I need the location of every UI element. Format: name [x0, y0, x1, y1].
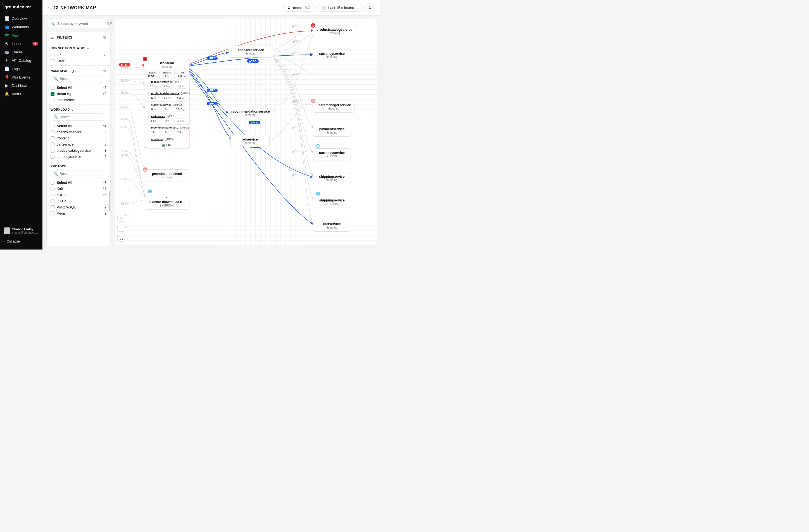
nav-item-issues[interactable]: ⊜Issues9 — [0, 39, 42, 48]
checkbox[interactable] — [51, 98, 54, 102]
filter-row[interactable]: Select All61 — [51, 123, 106, 129]
zoom-out-button[interactable]: − — [117, 224, 125, 231]
brand-logo: groundcover — [0, 3, 42, 14]
node-cartservice[interactable]: cartservicedemo-ng — [313, 220, 351, 231]
filter-row[interactable]: Kafka17 — [51, 186, 106, 192]
nav-item-traces[interactable]: 🚌Traces — [0, 48, 42, 56]
conn-row[interactable]: →adservice (gRPC) — [145, 136, 189, 142]
popout-icon[interactable]: ↗ — [185, 61, 187, 64]
filter-group-protocol: PROTOCOL⌄ 🔍 Select All43Kafka17gRPC16HTT… — [47, 161, 110, 218]
filter-row[interactable]: Select All46 — [51, 85, 106, 91]
checkbox[interactable] — [51, 205, 54, 209]
proto-search[interactable]: 🔍 — [51, 170, 106, 177]
user-email: shahar@groundcover... — [12, 231, 38, 235]
node-productcatalogservice[interactable]: 1 productcatalogservicedemo-ng — [313, 25, 356, 37]
checkbox[interactable]: ✓ — [51, 92, 54, 96]
node-pernstore-backend[interactable]: 1 pernstore-backenddemo-ng — [145, 169, 189, 181]
nav-item-dashboards[interactable]: ▶Dashboards — [0, 81, 42, 90]
search-kbd: ⌘F — [106, 22, 112, 26]
nav-item-logs[interactable]: 📄Logs — [0, 65, 42, 73]
nav-item-k8s-events[interactable]: 🎈K8s Events — [0, 73, 42, 81]
conn-row[interactable]: →productcatalogservice (gRPC)12 /s0.3 %6… — [145, 90, 189, 101]
checkbox[interactable] — [51, 193, 54, 197]
checkbox[interactable] — [51, 149, 54, 153]
checkbox[interactable] — [51, 59, 54, 63]
ns-search-input[interactable] — [60, 77, 103, 81]
clock-icon: 🕑 — [322, 5, 326, 10]
checkbox[interactable] — [51, 136, 54, 140]
edge-label-grpc: gRPC — [292, 100, 300, 103]
node-paymentservice[interactable]: paymentservicedemo-ng — [313, 125, 351, 137]
filter-row[interactable]: productcatalogservice3 — [51, 148, 106, 154]
checkbox[interactable] — [51, 130, 54, 134]
nav-item-map[interactable]: 🗺Map — [0, 31, 42, 39]
node-currencyservice[interactable]: currencyservicedemo-ng — [313, 49, 351, 61]
wl-search[interactable]: 🔍 — [51, 114, 106, 121]
user-block[interactable]: Shahar Azulay shahar@groundcover... — [0, 225, 42, 237]
node-frontend-selected[interactable]: 3 ↗ frontend demo-ng Req/s0.72 /sErrors6… — [145, 59, 189, 148]
nav-item-workloads[interactable]: 👥Workloads — [0, 23, 42, 31]
filter-row[interactable]: gRPC16 — [51, 192, 106, 198]
search-box[interactable]: 🔍 ⌘F — [46, 19, 110, 28]
proto-search-input[interactable] — [60, 172, 103, 176]
edge-label-grpc: gRPC — [292, 24, 300, 28]
collapse-sidebar[interactable]: « Collapse — [0, 237, 42, 246]
node-currencyservice-ext[interactable]: 🌐 currencyserviceEXTERNAL — [313, 148, 351, 160]
node-shippingservice[interactable]: shippingservicedemo-ng — [313, 172, 351, 184]
back-button[interactable]: ‹ — [48, 5, 50, 11]
node-recommendationservice[interactable]: recommendationservicedemo-ng — [228, 107, 272, 119]
filter-row[interactable]: currencyservice2 — [51, 154, 106, 160]
user-name: Shahar Azulay — [12, 227, 38, 231]
time-picker[interactable]: 🕑 Last 15 minutes ⌄ — [317, 4, 363, 12]
filter-row[interactable]: ✓demo-ng43 — [51, 91, 106, 97]
filter-row[interactable]: Select All43 — [51, 180, 106, 186]
filter-row[interactable]: PostgreSQL2 — [51, 204, 106, 210]
nav-item-api-catalog[interactable]: ✶API Catalog — [0, 56, 42, 65]
checkbox[interactable] — [51, 181, 54, 185]
edge-label-http: HTTP — [121, 154, 128, 157]
filter-row[interactable]: frontend8 — [51, 135, 106, 141]
ns-search[interactable]: 🔍 — [51, 75, 106, 82]
filter-group-workload: WORKLOAD⌄ 🔍 Select All61checkoutservice9… — [47, 104, 110, 161]
node-checkoutservice[interactable]: checkoutservicedemo-ng — [228, 46, 273, 57]
checkbox[interactable] — [51, 142, 54, 147]
checkbox[interactable] — [51, 124, 54, 128]
filter-row[interactable]: checkoutservice9 — [51, 129, 106, 135]
nav-item-alerts[interactable]: 🔔Alerts — [0, 90, 42, 98]
filter-row[interactable]: HTTP6 — [51, 198, 106, 204]
node-usersmanagerservice[interactable]: 2 usersmanagerservicedemo-ng — [313, 101, 355, 113]
checkbox[interactable] — [51, 155, 54, 159]
filter-row[interactable]: lens-metrics3 — [51, 97, 106, 103]
refresh-button[interactable]: ↻ — [365, 3, 374, 12]
arrow-icon: → — [147, 115, 150, 118]
wl-search-input[interactable] — [60, 115, 103, 119]
node-adservice[interactable]: adservicedemo-ng — [230, 135, 270, 147]
node-b3-external[interactable]: 🌐 b-3.demo.8fcwm3.c3.k...EXTERNAL — [145, 194, 189, 209]
filter-row[interactable]: Redis2 — [51, 210, 106, 217]
filter-row[interactable]: Error5 — [51, 58, 106, 64]
nav-icon: 🔔 — [4, 92, 9, 96]
conn-row[interactable]: →loadgenerator (HTTP)0.51 /s8.5 %2.4 ms — [145, 79, 189, 90]
node-shippingservice-ext[interactable]: 🌐 shippingserviceEXTERNAL — [313, 196, 351, 208]
conn-row[interactable]: →recommendationser... (gRPC)1.9 /s0 %2.6… — [145, 124, 189, 136]
filter-row[interactable]: OK38 — [51, 52, 106, 58]
checkbox[interactable] — [51, 86, 54, 90]
network-map-canvas[interactable]: Kafka Kafka Kafka Kafka Kafka Kafka Kafk… — [115, 19, 377, 246]
fullscreen-button[interactable]: ⛶ — [117, 234, 125, 242]
zoom-in-button[interactable]: + — [117, 214, 125, 222]
conn-row[interactable]: →cartservice (gRPC)2.4 /s0 %1.4 ms — [145, 113, 189, 124]
checkbox[interactable] — [51, 211, 54, 216]
checkbox[interactable] — [51, 199, 54, 203]
clear-filters-button[interactable]: 🗑 — [103, 35, 106, 39]
env-picker[interactable]: ⚙ demo ⌘O — [283, 4, 314, 12]
search-input[interactable] — [57, 21, 104, 26]
nav-item-overview[interactable]: 📊Overview — [0, 14, 42, 23]
avatar — [4, 227, 10, 234]
clear-ns-button[interactable]: 🗑 — [103, 69, 106, 73]
conn-row[interactable]: →currencyservice (gRPC)16 /s0 %724.3 µs — [145, 101, 189, 113]
filter-row[interactable]: cartservice3 — [51, 141, 106, 148]
checkbox[interactable] — [51, 53, 54, 57]
env-label: demo — [293, 5, 302, 10]
checkbox[interactable] — [51, 187, 54, 191]
search-icon: 🔍 — [51, 21, 55, 26]
